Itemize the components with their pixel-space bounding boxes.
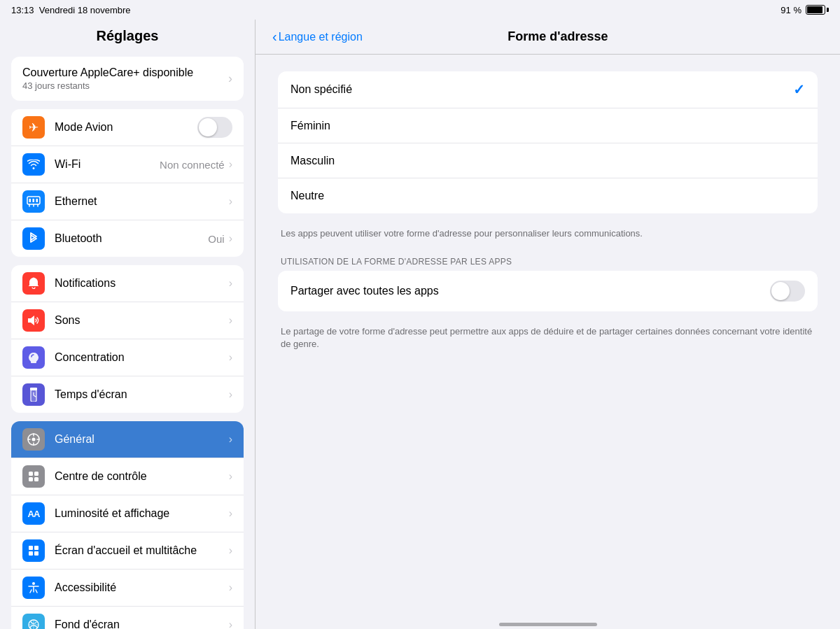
sidebar-title: Réglages [0, 20, 255, 51]
address-info-text: Les apps peuvent utiliser votre forme d'… [278, 222, 818, 251]
accessibilite-icon [22, 577, 45, 599]
general-group: Général › Centre de contrôle › AA [11, 421, 244, 629]
mode-avion-toggle[interactable] [197, 117, 232, 138]
status-bar: 13:13 Vendredi 18 novembre 91 % [0, 0, 840, 20]
concentration-label: Concentration [55, 351, 229, 364]
sidebar-item-ethernet[interactable]: Ethernet › [11, 183, 244, 220]
share-toggle-label: Partager avec toutes les apps [290, 285, 770, 297]
page-title: Forme d'adresse [363, 29, 753, 44]
right-header: ‹ Langue et région Forme d'adresse [255, 20, 840, 55]
main-content: Réglages Couverture AppleCare+ disponibl… [0, 20, 840, 629]
sidebar-item-ecran-accueil[interactable]: Écran d'accueil et multitâche › [11, 532, 244, 570]
svg-point-9 [32, 438, 36, 441]
option-non-specifie-label: Non spécifié [290, 83, 793, 96]
checkmark-non-specifie: ✓ [793, 81, 805, 98]
svg-rect-15 [34, 546, 38, 550]
sidebar-item-mode-avion[interactable]: ✈ Mode Avion [11, 109, 244, 146]
bluetooth-label: Bluetooth [55, 232, 208, 245]
sidebar-item-luminosite[interactable]: AA Luminosité et affichage › [11, 495, 244, 532]
concentration-icon [22, 346, 45, 369]
option-neutre[interactable]: Neutre [278, 178, 818, 213]
share-toggle-item[interactable]: Partager avec toutes les apps [278, 271, 818, 311]
sidebar-item-general[interactable]: Général › [11, 421, 244, 458]
applecare-main: Couverture AppleCare+ disponible [22, 66, 193, 79]
address-form-options: Non spécifié ✓ Féminin Masculin Neutre [278, 71, 818, 213]
bluetooth-chevron: › [229, 232, 232, 245]
option-neutre-label: Neutre [290, 190, 805, 202]
sidebar-item-temps-ecran[interactable]: Temps d'écran › [11, 376, 244, 413]
svg-point-18 [32, 582, 35, 585]
ethernet-label: Ethernet [55, 195, 229, 208]
notifications-label: Notifications [55, 277, 229, 290]
connectivity-group: ✈ Mode Avion Wi-Fi Non connecté [11, 109, 244, 257]
applecare-banner[interactable]: Couverture AppleCare+ disponible 43 jour… [11, 57, 244, 101]
svg-rect-10 [29, 472, 33, 476]
luminosite-label: Luminosité et affichage [55, 507, 229, 520]
share-toggle-control[interactable] [770, 281, 805, 302]
sons-label: Sons [55, 314, 229, 327]
back-label: Langue et région [279, 31, 363, 43]
sidebar-item-accessibilite[interactable]: Accessibilité › [11, 570, 244, 607]
centre-controle-label: Centre de contrôle [55, 470, 229, 483]
ecran-accueil-icon [22, 539, 45, 562]
sidebar-item-notifications[interactable]: Notifications › [11, 265, 244, 302]
svg-rect-12 [29, 477, 33, 481]
right-content: Non spécifié ✓ Féminin Masculin Neutre L… [255, 55, 840, 619]
applecare-chevron: › [228, 71, 232, 86]
general-icon [22, 428, 45, 451]
option-masculin[interactable]: Masculin [278, 143, 818, 178]
ethernet-icon [22, 190, 45, 213]
sidebar-item-wifi[interactable]: Wi-Fi Non connecté › [11, 146, 244, 183]
svg-rect-2 [33, 199, 35, 202]
sidebar: Réglages Couverture AppleCare+ disponibl… [0, 20, 255, 629]
ethernet-chevron: › [229, 195, 232, 208]
mode-avion-icon: ✈ [22, 116, 45, 139]
back-chevron-icon: ‹ [272, 29, 277, 45]
status-time-date: 13:13 Vendredi 18 novembre [11, 5, 131, 15]
ecran-accueil-label: Écran d'accueil et multitâche [55, 544, 229, 557]
svg-rect-13 [34, 477, 38, 481]
applecare-sub: 43 jours restants [22, 80, 193, 91]
sidebar-item-sons[interactable]: Sons › [11, 302, 244, 339]
centre-controle-icon [22, 465, 45, 488]
battery-percent: 91 % [780, 5, 802, 15]
sons-icon [22, 309, 45, 332]
battery-icon [806, 5, 829, 15]
bluetooth-icon [22, 227, 45, 250]
sidebar-item-centre-controle[interactable]: Centre de contrôle › [11, 458, 244, 495]
svg-rect-11 [34, 472, 38, 476]
luminosite-icon: AA [22, 502, 45, 525]
section-header: UTILISATION DE LA FORME D'ADRESSE PAR LE… [278, 251, 818, 271]
svg-rect-3 [36, 199, 38, 202]
status-right: 91 % [780, 5, 829, 15]
svg-rect-17 [34, 551, 38, 556]
svg-rect-14 [29, 546, 33, 550]
svg-rect-16 [29, 551, 33, 556]
sidebar-item-fond-ecran[interactable]: Fond d'écran › [11, 607, 244, 629]
bluetooth-value: Oui [208, 233, 224, 245]
sidebar-item-concentration[interactable]: Concentration › [11, 339, 244, 376]
mode-avion-label: Mode Avion [55, 121, 197, 134]
wifi-value: Non connecté [160, 159, 225, 171]
back-button[interactable]: ‹ Langue et région [272, 29, 363, 45]
svg-rect-1 [29, 199, 31, 202]
temps-ecran-icon [22, 383, 45, 406]
option-feminin[interactable]: Féminin [278, 108, 818, 143]
home-bar [499, 623, 597, 626]
fond-ecran-label: Fond d'écran [55, 619, 229, 629]
home-indicator [255, 619, 840, 629]
svg-point-4 [33, 278, 34, 279]
notifications-icon [22, 272, 45, 295]
notifications-group: Notifications › Sons › [11, 265, 244, 413]
temps-ecran-label: Temps d'écran [55, 388, 229, 401]
share-toggle-group: Partager avec toutes les apps [278, 271, 818, 311]
share-info-text: Le partage de votre forme d'adresse peut… [278, 320, 818, 362]
sidebar-item-bluetooth[interactable]: Bluetooth Oui › [11, 220, 244, 257]
option-non-specifie[interactable]: Non spécifié ✓ [278, 71, 818, 108]
fond-ecran-icon [22, 614, 45, 629]
wifi-label: Wi-Fi [55, 158, 160, 171]
wifi-icon [22, 153, 45, 176]
option-feminin-label: Féminin [290, 120, 805, 132]
right-panel: ‹ Langue et région Forme d'adresse Non s… [255, 20, 840, 629]
wifi-chevron: › [229, 158, 232, 171]
